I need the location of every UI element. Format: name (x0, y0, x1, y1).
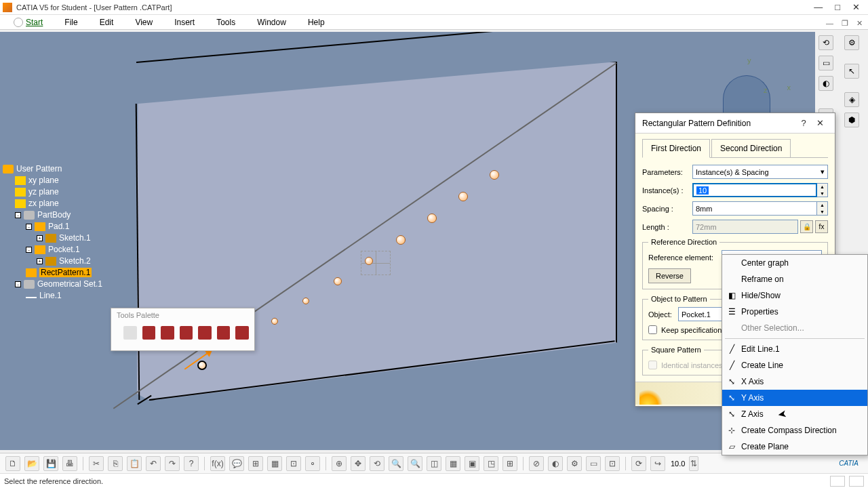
ctx-hide-show[interactable]: ◧Hide/Show (722, 287, 867, 304)
instances-input[interactable]: 10 (692, 183, 817, 197)
compass[interactable]: y x z (719, 59, 787, 120)
toolbar-button[interactable]: ◐ (818, 76, 833, 91)
tp-icon-3[interactable] (161, 326, 174, 340)
toolbar-button[interactable]: 💬 (229, 456, 244, 471)
settings-icon[interactable]: ⚙ (844, 35, 859, 50)
open-icon[interactable]: 📂 (24, 456, 39, 471)
tree-partbody[interactable]: PartBody (37, 210, 71, 220)
tree-geomset[interactable]: Geometrical Set.1 (37, 279, 102, 289)
toolbar-button[interactable]: ▦ (446, 456, 460, 471)
pattern-origin[interactable] (197, 361, 207, 370)
tab-second-direction[interactable]: Second Direction (711, 139, 791, 157)
zoom-out-icon[interactable]: 🔍 (408, 456, 422, 471)
specification-tree[interactable]: User Pattern xy plane yz plane zx plane … (3, 162, 102, 302)
help-icon[interactable]: ? (184, 456, 199, 471)
toolbar-button[interactable]: ⊡ (605, 456, 620, 471)
tools-palette[interactable]: Tools Palette (111, 308, 255, 351)
fit-all-icon[interactable]: ⊕ (332, 456, 347, 471)
tp-icon-6[interactable] (217, 326, 231, 340)
collapse-icon[interactable]: - (26, 224, 32, 230)
expand-icon[interactable]: + (37, 258, 43, 264)
menu-start[interactable]: Start (26, 18, 43, 27)
formula-icon[interactable]: f(x) (210, 456, 225, 471)
save-icon[interactable]: 💾 (43, 456, 58, 471)
collapse-icon[interactable]: - (15, 281, 21, 287)
toolbar-button[interactable]: ◳ (484, 456, 498, 471)
doc-minimize-button[interactable]: — (826, 19, 833, 28)
step-spinner[interactable]: ⇅ (689, 456, 698, 471)
new-icon[interactable]: 🗋 (5, 456, 20, 471)
parameters-select[interactable]: Instance(s) & Spacing▾ (692, 165, 828, 179)
ctx-create-line[interactable]: ╱Create Line (722, 357, 867, 373)
toolbar-button[interactable]: ⊞ (502, 456, 517, 471)
toolbar-button[interactable]: ↪ (650, 456, 665, 471)
pan-icon[interactable]: ✥ (351, 456, 366, 471)
tree-sketch2[interactable]: Sketch.2 (59, 256, 91, 266)
spacing-spinner[interactable]: ▲▼ (817, 201, 828, 216)
tp-icon-5[interactable] (198, 326, 212, 340)
tree-sketch1[interactable]: Sketch.1 (59, 233, 91, 243)
menu-tools[interactable]: Tools (216, 18, 235, 27)
toolbar-button[interactable]: ⚙ (567, 456, 582, 471)
tab-first-direction[interactable]: First Direction (642, 139, 710, 158)
toolbar-button[interactable]: ⊘ (529, 456, 544, 471)
pattern-instance[interactable] (365, 257, 373, 265)
ctx-z-axis[interactable]: ⤡Z Axis (722, 406, 867, 422)
tree-pocket1[interactable]: Pocket.1 (48, 245, 80, 254)
toolbar-button[interactable]: ⟳ (631, 456, 646, 471)
doc-restore-button[interactable]: ❐ (842, 19, 848, 28)
menu-edit[interactable]: Edit (100, 18, 114, 27)
menu-view[interactable]: View (135, 18, 153, 27)
collapse-icon[interactable]: - (15, 212, 21, 218)
toolbar-button[interactable]: ⊡ (286, 456, 301, 471)
pattern-instance[interactable] (271, 318, 278, 325)
length-lock-icon[interactable]: 🔒 (800, 220, 813, 233)
start-orb-icon[interactable] (14, 18, 23, 27)
tree-pad1[interactable]: Pad.1 (48, 222, 69, 231)
pattern-instance[interactable] (302, 298, 309, 304)
menu-window[interactable]: Window (257, 18, 286, 27)
pattern-instance[interactable] (458, 192, 468, 201)
cut-icon[interactable]: ✂ (89, 456, 104, 471)
tree-yz-plane[interactable]: yz plane (28, 187, 59, 197)
pattern-instance[interactable] (334, 277, 342, 285)
reverse-button[interactable]: Reverse (648, 268, 691, 283)
menu-insert[interactable]: Insert (174, 18, 195, 27)
ctx-create-plane[interactable]: ▱Create Plane (722, 439, 867, 455)
minimize-button[interactable]: — (814, 4, 823, 11)
tree-line1[interactable]: Line.1 (39, 291, 62, 300)
dialog-close-button[interactable]: ✕ (812, 118, 828, 128)
tp-icon-7[interactable] (235, 326, 249, 340)
ctx-x-axis[interactable]: ⤡X Axis (722, 373, 867, 390)
toolbar-button[interactable]: ⊞ (248, 456, 263, 471)
pattern-instance[interactable] (490, 170, 499, 180)
toolbar-button[interactable]: ▦ (267, 456, 282, 471)
dialog-help-button[interactable]: ? (795, 118, 812, 128)
toolbar-button[interactable]: ▭ (586, 456, 601, 471)
rotate-icon[interactable]: ⟲ (370, 456, 384, 471)
print-icon[interactable]: 🖶 (62, 456, 77, 471)
tree-zx-plane[interactable]: zx plane (28, 199, 59, 208)
length-formula-icon[interactable]: fx (815, 220, 828, 233)
menu-help[interactable]: Help (308, 18, 325, 27)
pattern-instance[interactable] (396, 235, 406, 245)
toolbar-button[interactable]: ▣ (465, 456, 479, 471)
expand-icon[interactable]: + (37, 235, 43, 241)
ctx-reframe-on[interactable]: Reframe on (722, 271, 867, 287)
tree-xy-plane[interactable]: xy plane (28, 176, 59, 185)
zoom-in-icon[interactable]: 🔍 (389, 456, 403, 471)
copy-icon[interactable]: ⎘ (108, 456, 123, 471)
ctx-other-selection[interactable]: Other Selection... (722, 320, 867, 336)
tree-root[interactable]: User Pattern (16, 164, 62, 174)
ctx-edit-line[interactable]: ╱Edit Line.1 (722, 341, 867, 357)
spacing-input[interactable]: 8mm (692, 201, 817, 216)
collapse-icon[interactable]: - (26, 247, 32, 253)
undo-icon[interactable]: ↶ (146, 456, 161, 471)
toolbar-button[interactable]: ⬢ (844, 113, 859, 127)
ctx-properties[interactable]: ☰Properties (722, 304, 867, 320)
tp-icon-2[interactable] (142, 326, 156, 340)
tree-rectpattern[interactable]: RectPattern.1 (39, 268, 92, 277)
toolbar-button[interactable]: ◈ (844, 92, 859, 107)
pattern-instance[interactable] (427, 214, 437, 223)
normal-view-icon[interactable]: ◫ (427, 456, 441, 471)
